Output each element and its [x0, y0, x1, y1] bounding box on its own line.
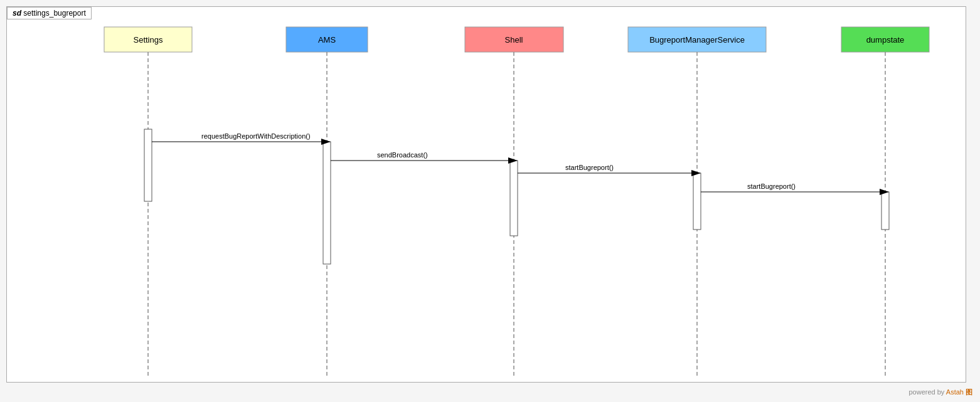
- lifeline-label-settings: Settings: [134, 35, 163, 45]
- sequence-diagram-svg: Settings AMS Shell BugreportManagerServi…: [7, 7, 966, 382]
- main-container: sd settings_bugreport Settings AMS Shell…: [0, 0, 980, 402]
- diagram-frame: sd settings_bugreport Settings AMS Shell…: [6, 6, 966, 383]
- activation-bugreport: [693, 173, 701, 230]
- label-msg1: requestBugReportWithDescription(): [201, 132, 311, 140]
- astah-logo-icon: 图: [966, 388, 972, 396]
- activation-shell: [510, 161, 518, 236]
- label-msg3: startBugreport(): [565, 164, 614, 171]
- powered-by: powered by Astah 图: [908, 388, 972, 397]
- astah-brand: Astah: [946, 388, 964, 396]
- label-msg2: sendBroadcast(): [377, 151, 428, 159]
- lifeline-label-shell: Shell: [505, 35, 523, 45]
- lifeline-label-ams: AMS: [318, 35, 336, 45]
- lifeline-label-dumpstate: dumpstate: [866, 35, 905, 45]
- activation-ams: [323, 142, 331, 264]
- label-msg4: startBugreport(): [747, 182, 796, 190]
- activation-settings: [144, 129, 152, 201]
- lifeline-label-bugreport: BugreportManagerService: [649, 35, 745, 45]
- activation-dumpstate: [881, 192, 889, 230]
